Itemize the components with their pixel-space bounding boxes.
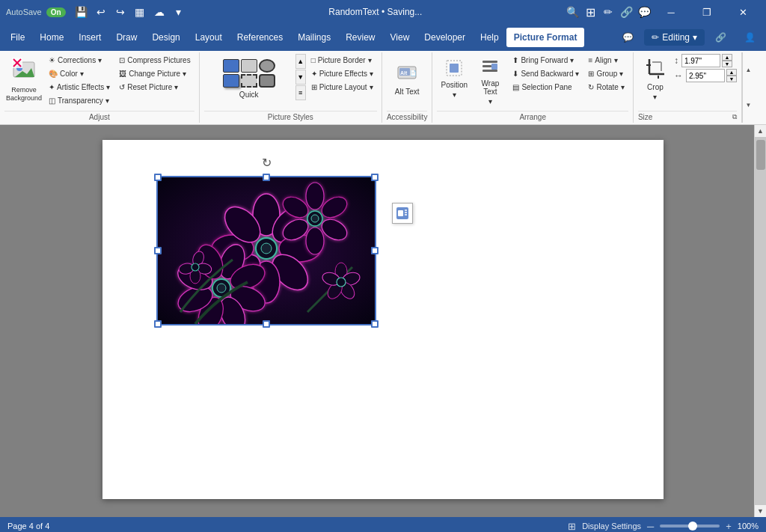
styles-expand[interactable]: ≡ [295,85,306,100]
position-icon [445,59,463,79]
scroll-up-arrow[interactable]: ▲ [755,125,767,137]
group-button[interactable]: ⊞ Group ▾ [584,67,628,80]
remove-background-button[interactable]: RemoveBackground [4,54,43,106]
redo-icon[interactable]: ↪ [112,4,129,20]
menu-draw[interactable]: Draw [108,28,144,47]
zoom-in-icon[interactable]: + [726,521,732,532]
align-button[interactable]: ≡ Align ▾ [584,54,628,67]
ms-icon[interactable]: ⊞ [582,4,598,20]
bring-forward-button[interactable]: ⬆ Bring Forward ▾ [509,54,583,67]
ribbon-scroll-down[interactable]: ▼ [743,88,754,123]
menu-layout[interactable]: Layout [188,28,230,47]
share-icon[interactable]: 🔗 [618,4,634,20]
undo-icon[interactable]: ↩ [93,4,109,20]
handle-top-right[interactable] [371,174,379,181]
menu-references[interactable]: References [230,28,290,47]
minimize-button[interactable]: ─ [654,0,688,24]
menu-developer[interactable]: Developer [417,28,473,47]
handle-top-left[interactable] [154,174,162,181]
editing-btn[interactable]: ✏ Editing ▾ [644,29,705,46]
menu-picture-format[interactable]: Picture Format [506,28,585,47]
ribbon-scroll: ▲ ▼ [742,52,754,123]
picture-border-button[interactable]: □ Picture Border ▾ [307,54,377,67]
display-settings-label[interactable]: Display Settings [582,522,641,531]
zoom-out-icon[interactable]: ─ [647,521,654,532]
comments-menu-btn[interactable]: 💬 [615,29,641,46]
scroll-thumb[interactable] [756,140,765,170]
svg-rect-13 [482,65,491,67]
menu-help[interactable]: Help [473,28,506,47]
change-picture-button[interactable]: 🖼 Change Picture ▾ [115,67,194,80]
rotate-button[interactable]: ↻ Rotate ▾ [584,81,628,94]
alt-text-button[interactable]: Alt 📄 Alt Text [388,54,426,103]
height-up[interactable]: ▲ [722,54,732,61]
view-toggle-icon[interactable]: ▦ [132,4,148,20]
size-expand-icon[interactable]: ⧉ [732,113,737,121]
quick-styles-button[interactable]: Quick [204,54,294,103]
title-bar-left: AutoSave On 💾 ↩ ↪ ▦ ☁ ▾ [6,4,187,20]
crop-chevron-icon: ▾ [653,93,657,101]
cloud-icon[interactable]: ☁ [151,4,168,20]
height-down[interactable]: ▼ [722,61,732,67]
menu-view[interactable]: View [383,28,417,47]
layout-options-button[interactable] [392,203,413,224]
crop-button[interactable]: Crop ▾ [638,54,672,105]
handle-mid-left[interactable] [154,247,162,254]
pen-icon[interactable]: ✏ [600,4,616,20]
compress-button[interactable]: ⊡ Compress Pictures [115,54,194,67]
send-backward-button[interactable]: ⬇ Send Backward ▾ [509,67,583,80]
picture-layout-button[interactable]: ⊞ Picture Layout ▾ [307,81,377,94]
rotate-handle[interactable]: ↻ [259,155,274,170]
restore-button[interactable]: ❐ [690,0,724,24]
close-button[interactable]: ✕ [726,0,760,24]
status-bar: Page 4 of 4 ⊞ Display Settings ─ + 100% [0,517,766,532]
search-icon[interactable]: 🔍 [564,4,580,20]
adjust-label: Adjust [4,111,194,121]
svg-point-36 [306,227,324,254]
customize-icon[interactable]: ▾ [171,4,187,20]
compress-label: Compress Pictures [127,56,190,64]
autosave-toggle[interactable]: On [46,7,66,17]
layout-chevron-icon: ▾ [370,83,373,91]
save-icon[interactable]: 💾 [73,4,90,20]
handle-bot-mid[interactable] [263,320,270,328]
menu-design[interactable]: Design [144,28,187,47]
zoom-slider[interactable] [660,525,720,528]
menu-insert[interactable]: Insert [71,28,108,47]
ribbon-scroll-up[interactable]: ▲ [743,52,754,88]
menu-review[interactable]: Review [338,28,382,47]
selection-pane-button[interactable]: ▤ Selection Pane [509,81,583,94]
share-menu-btn[interactable]: 🔗 [708,29,734,46]
color-button[interactable]: 🎨 Color ▾ [45,67,114,80]
profile-btn[interactable]: 👤 [737,29,763,46]
display-settings-icon[interactable]: ⊞ [568,521,576,532]
position-button[interactable]: Position ▾ [437,54,471,103]
transparency-button[interactable]: ◫ Transparency ▾ [45,94,114,107]
width-input[interactable] [686,69,725,82]
styles-scroll-up[interactable]: ▲ [295,54,306,69]
menu-home[interactable]: Home [32,28,71,47]
menu-file[interactable]: File [3,28,32,47]
handle-bot-left[interactable] [154,320,162,328]
corrections-button[interactable]: ☀ Corrections ▾ [45,54,114,67]
handle-top-mid[interactable] [263,174,270,181]
handle-mid-right[interactable] [371,247,379,254]
artistic-effects-button[interactable]: ✦ Artistic Effects ▾ [45,81,114,94]
selected-image[interactable] [156,176,376,325]
reset-picture-button[interactable]: ↺ Reset Picture ▾ [115,81,194,94]
bring-forward-label: Bring Forward [521,56,568,64]
width-up[interactable]: ▲ [726,69,737,76]
styles-scroll-down[interactable]: ▼ [295,70,306,85]
wrap-text-button[interactable]: Wrap Text ▾ [473,54,507,109]
height-input[interactable] [681,54,720,67]
picture-effects-button[interactable]: ✦ Picture Effects ▾ [307,67,377,80]
width-down[interactable]: ▼ [726,76,737,82]
vertical-scrollbar[interactable]: ▲ ▼ [754,125,766,517]
zoom-percent[interactable]: 100% [738,522,759,531]
scroll-down-arrow[interactable]: ▼ [755,505,767,517]
comments-icon[interactable]: 💬 [636,4,652,20]
menu-mailings[interactable]: Mailings [290,28,338,47]
handle-bot-right[interactable] [371,320,379,328]
zoom-thumb[interactable] [688,522,697,531]
crop-icon [645,58,666,82]
